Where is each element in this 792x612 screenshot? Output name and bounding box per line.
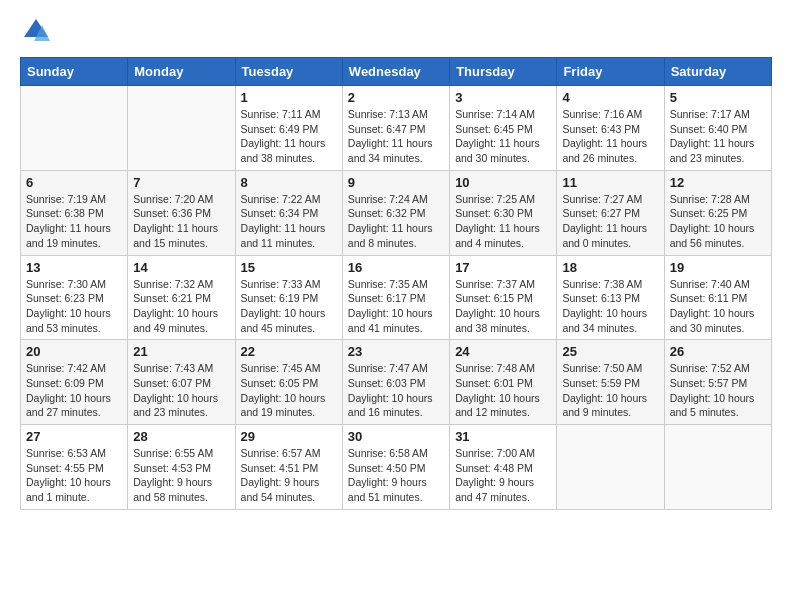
day-number: 31 xyxy=(455,429,551,444)
calendar-cell: 31Sunrise: 7:00 AMSunset: 4:48 PMDayligh… xyxy=(450,425,557,510)
calendar: SundayMondayTuesdayWednesdayThursdayFrid… xyxy=(20,57,772,510)
calendar-cell: 25Sunrise: 7:50 AMSunset: 5:59 PMDayligh… xyxy=(557,340,664,425)
day-info: Sunrise: 7:38 AMSunset: 6:13 PMDaylight:… xyxy=(562,277,658,336)
day-info: Sunrise: 7:25 AMSunset: 6:30 PMDaylight:… xyxy=(455,192,551,251)
day-number: 20 xyxy=(26,344,122,359)
day-info: Sunrise: 7:19 AMSunset: 6:38 PMDaylight:… xyxy=(26,192,122,251)
day-number: 23 xyxy=(348,344,444,359)
weekday-header-sunday: Sunday xyxy=(21,58,128,86)
day-info: Sunrise: 7:35 AMSunset: 6:17 PMDaylight:… xyxy=(348,277,444,336)
calendar-cell: 5Sunrise: 7:17 AMSunset: 6:40 PMDaylight… xyxy=(664,86,771,171)
weekday-header-saturday: Saturday xyxy=(664,58,771,86)
calendar-cell: 13Sunrise: 7:30 AMSunset: 6:23 PMDayligh… xyxy=(21,255,128,340)
day-info: Sunrise: 7:47 AMSunset: 6:03 PMDaylight:… xyxy=(348,361,444,420)
calendar-cell: 6Sunrise: 7:19 AMSunset: 6:38 PMDaylight… xyxy=(21,170,128,255)
day-number: 25 xyxy=(562,344,658,359)
calendar-cell: 1Sunrise: 7:11 AMSunset: 6:49 PMDaylight… xyxy=(235,86,342,171)
calendar-cell: 12Sunrise: 7:28 AMSunset: 6:25 PMDayligh… xyxy=(664,170,771,255)
day-info: Sunrise: 7:30 AMSunset: 6:23 PMDaylight:… xyxy=(26,277,122,336)
calendar-cell: 4Sunrise: 7:16 AMSunset: 6:43 PMDaylight… xyxy=(557,86,664,171)
day-number: 15 xyxy=(241,260,337,275)
logo xyxy=(20,15,56,47)
day-info: Sunrise: 7:17 AMSunset: 6:40 PMDaylight:… xyxy=(670,107,766,166)
day-info: Sunrise: 7:27 AMSunset: 6:27 PMDaylight:… xyxy=(562,192,658,251)
calendar-cell: 28Sunrise: 6:55 AMSunset: 4:53 PMDayligh… xyxy=(128,425,235,510)
calendar-cell: 24Sunrise: 7:48 AMSunset: 6:01 PMDayligh… xyxy=(450,340,557,425)
day-info: Sunrise: 6:55 AMSunset: 4:53 PMDaylight:… xyxy=(133,446,229,505)
calendar-cell: 30Sunrise: 6:58 AMSunset: 4:50 PMDayligh… xyxy=(342,425,449,510)
page: SundayMondayTuesdayWednesdayThursdayFrid… xyxy=(0,0,792,612)
day-info: Sunrise: 7:43 AMSunset: 6:07 PMDaylight:… xyxy=(133,361,229,420)
day-number: 14 xyxy=(133,260,229,275)
day-info: Sunrise: 7:28 AMSunset: 6:25 PMDaylight:… xyxy=(670,192,766,251)
calendar-cell: 14Sunrise: 7:32 AMSunset: 6:21 PMDayligh… xyxy=(128,255,235,340)
day-info: Sunrise: 7:11 AMSunset: 6:49 PMDaylight:… xyxy=(241,107,337,166)
day-info: Sunrise: 7:37 AMSunset: 6:15 PMDaylight:… xyxy=(455,277,551,336)
day-number: 26 xyxy=(670,344,766,359)
calendar-cell xyxy=(21,86,128,171)
calendar-cell: 17Sunrise: 7:37 AMSunset: 6:15 PMDayligh… xyxy=(450,255,557,340)
day-number: 5 xyxy=(670,90,766,105)
calendar-cell: 16Sunrise: 7:35 AMSunset: 6:17 PMDayligh… xyxy=(342,255,449,340)
day-info: Sunrise: 7:13 AMSunset: 6:47 PMDaylight:… xyxy=(348,107,444,166)
day-number: 19 xyxy=(670,260,766,275)
weekday-header-row: SundayMondayTuesdayWednesdayThursdayFrid… xyxy=(21,58,772,86)
day-number: 3 xyxy=(455,90,551,105)
calendar-cell: 23Sunrise: 7:47 AMSunset: 6:03 PMDayligh… xyxy=(342,340,449,425)
day-info: Sunrise: 7:50 AMSunset: 5:59 PMDaylight:… xyxy=(562,361,658,420)
day-number: 24 xyxy=(455,344,551,359)
calendar-cell: 11Sunrise: 7:27 AMSunset: 6:27 PMDayligh… xyxy=(557,170,664,255)
day-info: Sunrise: 7:40 AMSunset: 6:11 PMDaylight:… xyxy=(670,277,766,336)
week-row-1: 1Sunrise: 7:11 AMSunset: 6:49 PMDaylight… xyxy=(21,86,772,171)
calendar-cell: 27Sunrise: 6:53 AMSunset: 4:55 PMDayligh… xyxy=(21,425,128,510)
weekday-header-wednesday: Wednesday xyxy=(342,58,449,86)
day-info: Sunrise: 7:24 AMSunset: 6:32 PMDaylight:… xyxy=(348,192,444,251)
week-row-4: 20Sunrise: 7:42 AMSunset: 6:09 PMDayligh… xyxy=(21,340,772,425)
day-info: Sunrise: 7:33 AMSunset: 6:19 PMDaylight:… xyxy=(241,277,337,336)
day-info: Sunrise: 7:00 AMSunset: 4:48 PMDaylight:… xyxy=(455,446,551,505)
day-info: Sunrise: 7:52 AMSunset: 5:57 PMDaylight:… xyxy=(670,361,766,420)
day-number: 7 xyxy=(133,175,229,190)
day-number: 17 xyxy=(455,260,551,275)
day-info: Sunrise: 7:22 AMSunset: 6:34 PMDaylight:… xyxy=(241,192,337,251)
header xyxy=(20,15,772,47)
day-number: 30 xyxy=(348,429,444,444)
day-number: 2 xyxy=(348,90,444,105)
day-number: 8 xyxy=(241,175,337,190)
day-info: Sunrise: 7:48 AMSunset: 6:01 PMDaylight:… xyxy=(455,361,551,420)
calendar-cell: 9Sunrise: 7:24 AMSunset: 6:32 PMDaylight… xyxy=(342,170,449,255)
calendar-cell: 7Sunrise: 7:20 AMSunset: 6:36 PMDaylight… xyxy=(128,170,235,255)
day-info: Sunrise: 7:16 AMSunset: 6:43 PMDaylight:… xyxy=(562,107,658,166)
week-row-2: 6Sunrise: 7:19 AMSunset: 6:38 PMDaylight… xyxy=(21,170,772,255)
calendar-cell: 26Sunrise: 7:52 AMSunset: 5:57 PMDayligh… xyxy=(664,340,771,425)
calendar-cell: 8Sunrise: 7:22 AMSunset: 6:34 PMDaylight… xyxy=(235,170,342,255)
calendar-cell: 20Sunrise: 7:42 AMSunset: 6:09 PMDayligh… xyxy=(21,340,128,425)
day-info: Sunrise: 6:53 AMSunset: 4:55 PMDaylight:… xyxy=(26,446,122,505)
day-info: Sunrise: 7:20 AMSunset: 6:36 PMDaylight:… xyxy=(133,192,229,251)
day-info: Sunrise: 7:14 AMSunset: 6:45 PMDaylight:… xyxy=(455,107,551,166)
weekday-header-friday: Friday xyxy=(557,58,664,86)
day-number: 4 xyxy=(562,90,658,105)
calendar-cell: 22Sunrise: 7:45 AMSunset: 6:05 PMDayligh… xyxy=(235,340,342,425)
day-info: Sunrise: 7:42 AMSunset: 6:09 PMDaylight:… xyxy=(26,361,122,420)
calendar-cell: 29Sunrise: 6:57 AMSunset: 4:51 PMDayligh… xyxy=(235,425,342,510)
day-info: Sunrise: 6:57 AMSunset: 4:51 PMDaylight:… xyxy=(241,446,337,505)
calendar-cell: 2Sunrise: 7:13 AMSunset: 6:47 PMDaylight… xyxy=(342,86,449,171)
day-number: 16 xyxy=(348,260,444,275)
calendar-cell: 21Sunrise: 7:43 AMSunset: 6:07 PMDayligh… xyxy=(128,340,235,425)
week-row-3: 13Sunrise: 7:30 AMSunset: 6:23 PMDayligh… xyxy=(21,255,772,340)
day-number: 10 xyxy=(455,175,551,190)
day-info: Sunrise: 7:32 AMSunset: 6:21 PMDaylight:… xyxy=(133,277,229,336)
day-number: 11 xyxy=(562,175,658,190)
week-row-5: 27Sunrise: 6:53 AMSunset: 4:55 PMDayligh… xyxy=(21,425,772,510)
day-number: 27 xyxy=(26,429,122,444)
day-number: 18 xyxy=(562,260,658,275)
calendar-cell xyxy=(664,425,771,510)
weekday-header-thursday: Thursday xyxy=(450,58,557,86)
day-number: 1 xyxy=(241,90,337,105)
calendar-cell: 10Sunrise: 7:25 AMSunset: 6:30 PMDayligh… xyxy=(450,170,557,255)
calendar-cell: 19Sunrise: 7:40 AMSunset: 6:11 PMDayligh… xyxy=(664,255,771,340)
day-info: Sunrise: 6:58 AMSunset: 4:50 PMDaylight:… xyxy=(348,446,444,505)
day-number: 9 xyxy=(348,175,444,190)
day-number: 13 xyxy=(26,260,122,275)
